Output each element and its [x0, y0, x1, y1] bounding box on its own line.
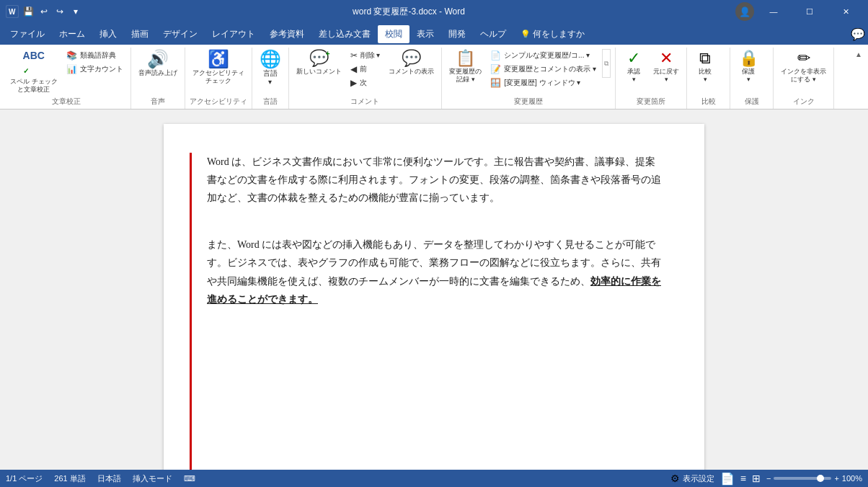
menu-references[interactable]: 参考資料 — [262, 25, 311, 43]
next-comment-button[interactable]: ▶ 次 — [347, 76, 384, 89]
paragraph-1[interactable]: Word は、ビジネス文書作成において非常に便利なツールです。主に報告書や契約書… — [207, 153, 661, 207]
ink-group-label: インク — [778, 95, 829, 109]
read-aloud-label: 音声読み上げ — [138, 69, 177, 77]
accessibility-check-button[interactable]: ♿ アクセシビリティチェック — [190, 49, 247, 86]
zoom-slider[interactable] — [774, 477, 831, 480]
ribbon-group-proofing: ABC ✓ スペル チェックと文章校正 📚 類義語辞典 📊 文字カウント — [3, 48, 131, 109]
tracking-window-icon: 🪟 — [490, 78, 501, 88]
menu-draw[interactable]: 描画 — [124, 25, 156, 43]
title-bar: W 💾 ↩ ↪ ▾ word 変更履歴-3.docx - Word 👤 — ☐ … — [0, 0, 868, 23]
ribbon-group-tracking: 📋 変更履歴の記録 ▾ 📄 シンプルな変更履歴/コ... ▾ 📝 変更履歴とコメ… — [442, 48, 616, 109]
comment-group-label: コメント — [293, 95, 438, 109]
spellcheck-button[interactable]: ABC ✓ スペル チェックと文章校正 — [7, 49, 61, 95]
ribbon-group-protect: 🔒 保護▾ 保護 — [730, 48, 774, 109]
status-keyboard: ⌨ — [184, 474, 195, 483]
new-comment-button[interactable]: 💬+ 新しいコメント — [293, 49, 345, 77]
proofing-small-btns: 📚 類義語辞典 📊 文字カウント — [63, 49, 126, 76]
changes-content: ✓ 承認▾ ✕ 元に戻す▾ — [620, 49, 682, 95]
zoom-in-icon[interactable]: + — [834, 474, 838, 483]
paragraph-1-text: Word は、ビジネス文書作成において非常に便利なツールです。主に報告書や契約書… — [207, 156, 661, 203]
status-mode[interactable]: 挿入モード — [133, 473, 172, 484]
reject-button[interactable]: ✕ 元に戻す▾ — [650, 49, 682, 85]
language-button[interactable]: 🌐 言語▾ — [257, 49, 284, 88]
minimize-button[interactable]: — — [757, 0, 790, 23]
thesaurus-icon: 📚 — [66, 50, 77, 61]
show-comment-icon: 💬 — [402, 50, 421, 66]
compare-label: 比較▾ — [699, 68, 712, 84]
hide-ink-button[interactable]: ✏ インクを非表示にする ▾ — [778, 49, 829, 85]
view-settings-label: 表示設定 — [683, 473, 714, 484]
language-label: 言語▾ — [263, 69, 278, 86]
compare-button[interactable]: ⧉ 比較▾ — [691, 49, 719, 85]
show-tracking-button[interactable]: 📝 変更履歴とコメントの表示 ▾ — [487, 63, 599, 76]
delete-comment-button[interactable]: ✂ 削除 ▾ — [347, 49, 384, 62]
proofing-label: 文章校正 — [7, 95, 126, 109]
menu-home[interactable]: ホーム — [52, 25, 92, 43]
tracking-expand-icon[interactable]: ⧉ — [602, 49, 611, 78]
status-page[interactable]: 1/1 ページ — [6, 473, 43, 484]
save-icon[interactable]: 💾 — [22, 5, 35, 18]
status-words[interactable]: 261 単語 — [54, 473, 85, 484]
status-right: ⚙ 表示設定 📄 ≡ ⊞ − + 100% — [670, 472, 862, 486]
ink-icon: ✏ — [797, 50, 810, 66]
accessibility-group-label: アクセシビリティ — [190, 95, 247, 109]
prev-comment-button[interactable]: ◀ 前 — [347, 63, 384, 76]
close-button[interactable]: ✕ — [829, 0, 862, 23]
track-changes-icon: 📋 — [456, 50, 475, 66]
customize-icon[interactable]: ▾ — [69, 5, 82, 18]
spellcheck-icon: ABC ✓ — [23, 50, 45, 76]
view-print-button[interactable]: 📄 — [720, 472, 735, 486]
ribbon-group-changes: ✓ 承認▾ ✕ 元に戻す▾ 変更箇所 — [616, 48, 687, 109]
comments-icon[interactable]: 💬 — [851, 27, 865, 41]
prev-icon: ◀ — [350, 64, 357, 74]
tracking-window-button[interactable]: 🪟 [変更履歴] ウィンドウ ▾ — [487, 76, 599, 89]
simple-markup-button[interactable]: 📄 シンプルな変更履歴/コ... ▾ — [487, 49, 599, 62]
spellcheck-label: スペル チェックと文章校正 — [10, 78, 58, 94]
zoom-out-icon[interactable]: − — [766, 474, 771, 483]
view-web-button[interactable]: ≡ — [740, 473, 746, 484]
menu-search[interactable]: 💡 何をしますか — [513, 25, 592, 43]
user-avatar[interactable]: 👤 — [735, 2, 754, 21]
title-bar-quick-access: W 💾 ↩ ↪ ▾ — [6, 5, 82, 18]
ribbon-group-accessibility: ♿ アクセシビリティチェック アクセシビリティ — [185, 48, 252, 109]
show-comment-button[interactable]: 💬 コメントの表示 — [386, 49, 437, 77]
track-changes-button[interactable]: 📋 変更履歴の記録 ▾ — [446, 49, 484, 85]
reject-label: 元に戻す▾ — [653, 68, 679, 84]
wordcount-button[interactable]: 📊 文字カウント — [63, 63, 126, 76]
menu-design[interactable]: デザイン — [156, 25, 205, 43]
zoom-thumb — [817, 475, 824, 482]
menu-developer[interactable]: 開発 — [441, 25, 473, 43]
show-comment-label: コメントの表示 — [389, 68, 434, 76]
new-comment-icon: 💬+ — [309, 50, 329, 66]
empty-line — [207, 218, 661, 236]
menu-review[interactable]: 校閲 — [378, 25, 409, 43]
zoom-level[interactable]: 100% — [842, 474, 862, 483]
ribbon-collapse-button[interactable]: ▲ — [852, 48, 865, 109]
document-page: Word は、ビジネス文書作成において非常に便利なツールです。主に報告書や契約書… — [164, 124, 704, 470]
ribbon-group-voice: 🔊 音声読み上げ 音声 — [131, 48, 185, 109]
read-aloud-button[interactable]: 🔊 音声読み上げ — [136, 49, 180, 79]
voice-content: 🔊 音声読み上げ — [136, 49, 180, 95]
ribbon-group-language: 🌐 言語▾ 言語 — [252, 48, 289, 109]
accept-icon: ✓ — [627, 50, 640, 66]
language-icon: 🌐 — [260, 50, 281, 68]
menu-mailings[interactable]: 差し込み文書 — [311, 25, 378, 43]
language-content: 🌐 言語▾ — [257, 49, 284, 95]
redo-icon[interactable]: ↪ — [53, 5, 66, 18]
menu-help[interactable]: ヘルプ — [473, 25, 513, 43]
view-outline-button[interactable]: ⊞ — [752, 473, 761, 484]
menu-layout[interactable]: レイアウト — [205, 25, 262, 43]
thesaurus-button[interactable]: 📚 類義語辞典 — [63, 49, 126, 62]
menu-insert[interactable]: 挿入 — [92, 25, 124, 43]
ink-label: インクを非表示にする ▾ — [781, 68, 826, 84]
protect-button[interactable]: 🔒 保護▾ — [735, 49, 762, 85]
accept-button[interactable]: ✓ 承認▾ — [620, 49, 647, 85]
maximize-button[interactable]: ☐ — [793, 0, 826, 23]
status-language[interactable]: 日本語 — [97, 473, 121, 484]
paragraph-2[interactable]: また、Word には表や図などの挿入機能もあり、データを整理してわかりやすく見せ… — [207, 236, 661, 308]
menu-view[interactable]: 表示 — [409, 25, 441, 43]
comment-small-btns: ✂ 削除 ▾ ◀ 前 ▶ 次 — [347, 49, 384, 89]
menu-file[interactable]: ファイル — [3, 25, 52, 43]
status-view-settings[interactable]: ⚙ 表示設定 — [670, 473, 714, 484]
undo-icon[interactable]: ↩ — [37, 5, 50, 18]
